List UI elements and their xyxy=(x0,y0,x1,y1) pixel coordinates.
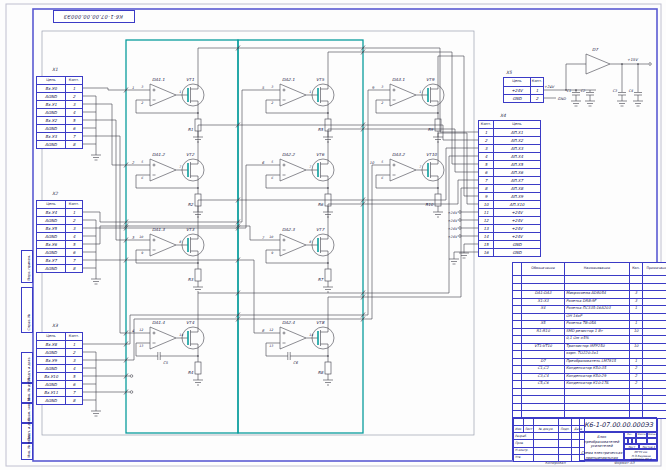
svg-text:5: 5 xyxy=(262,86,265,90)
pin-row: Вх.У105 xyxy=(37,373,83,381)
channel-10: DA3.2 VT10 R10 5 6 7 10 xyxy=(369,144,444,217)
feedback-capacitor xyxy=(288,352,290,360)
svg-text:VT6: VT6 xyxy=(316,152,324,157)
svg-text:6: 6 xyxy=(271,176,274,180)
svg-text:5: 5 xyxy=(141,160,144,164)
capacitor-label: C5 xyxy=(163,361,169,365)
agnd-buses xyxy=(80,96,101,416)
drawing-sheet: { "sheet": { "stamp_number": "К6-1-07.00… xyxy=(0,0,666,470)
pin-row: Вх.У65 xyxy=(37,241,83,249)
title-block-signature-grid: Изм.Лист № докум.Подп.Дата Разраб. Пров.… xyxy=(513,418,585,462)
svg-text:DA1.3: DA1.3 xyxy=(152,227,165,232)
doc-number: К6-1-07.00.00.000ЭЗ xyxy=(584,421,653,429)
svg-text:2: 2 xyxy=(132,161,135,165)
format-label: Формат A3 xyxy=(614,462,634,466)
pin-row: 8АП.Х8 xyxy=(479,185,541,193)
svg-text:13: 13 xyxy=(139,344,144,348)
parts-list-row xyxy=(513,276,666,284)
svg-text:DA2.2: DA2.2 xyxy=(282,152,295,157)
parts-list-row xyxy=(513,396,666,404)
pin-row: 15GND xyxy=(479,241,541,249)
margin-stamp-inv-podl: Инв. № подл. xyxy=(21,443,33,460)
resistor-label: R1 xyxy=(188,127,194,132)
opamp-label: DA1.1 xyxy=(152,77,165,82)
svg-text:13: 13 xyxy=(269,344,274,348)
cap-label: C1 xyxy=(566,89,571,93)
svg-text:14: 14 xyxy=(179,333,184,337)
pin-noninv: 3 xyxy=(141,85,144,89)
pin-row: 5АП.Х5 xyxy=(479,161,541,169)
doc-title-line3: Схема электрическая принципиальная xyxy=(580,451,623,460)
svg-text:DA2.3: DA2.3 xyxy=(282,227,295,232)
device-boundary xyxy=(42,31,474,435)
pin-row: Вх.У81 xyxy=(37,341,83,349)
svg-text:12: 12 xyxy=(269,328,274,332)
connector-x4-table: Конт.Цепь 1АП.Х12АП.Х23АП.Х34АП.Х45АП.Х5… xyxy=(478,120,541,257)
transistor-label: VT1 xyxy=(186,77,194,82)
x4-power-stubs: +24V +24V +24V +24V xyxy=(448,211,478,265)
svg-text:VT3: VT3 xyxy=(186,227,194,232)
feedback-capacitor xyxy=(158,352,160,360)
pin-inv: 2 xyxy=(141,101,144,105)
channel-4: C5 DA1.4 VT4 R4 12 13 14 4 xyxy=(132,312,204,385)
parts-list-row: С1,С2Конденсатор К50-352 xyxy=(513,366,666,374)
svg-text:+24V: +24V xyxy=(448,227,458,231)
svg-text:DA2.4: DA2.4 xyxy=(282,320,295,325)
pin-row: AGND4 xyxy=(37,365,83,373)
pin-row: AGND6 xyxy=(37,249,83,257)
doc-title-line1: Блок преобразователей xyxy=(580,435,623,444)
svg-text:DA3.1: DA3.1 xyxy=(392,77,405,82)
pin-row: AGND8 xyxy=(37,397,83,405)
svg-text:5: 5 xyxy=(381,160,384,164)
pin-row: 13+24V xyxy=(479,225,541,233)
pin-row: AGND2 xyxy=(37,93,83,101)
svg-text:8: 8 xyxy=(262,329,265,333)
svg-text:8: 8 xyxy=(179,240,182,244)
pin-row: AGND8 xyxy=(37,265,83,273)
svg-text:VT2: VT2 xyxy=(186,152,194,157)
parts-list-row: Х4Розетка ПС335-16А2031 xyxy=(513,306,666,314)
svg-text:3: 3 xyxy=(381,85,384,89)
doc-number-cell: К6-1-07.00.00.000ЭЗ xyxy=(579,418,658,432)
board-outline-right xyxy=(238,40,363,433)
parts-list-row: корп. ТО220-3х1 xyxy=(513,351,666,359)
svg-text:6: 6 xyxy=(262,161,265,165)
parts-list-row: С3,С4Конденсатор К50-292 xyxy=(513,373,666,381)
pin-row: AGND4 xyxy=(37,233,83,241)
svg-text:3: 3 xyxy=(132,236,135,240)
pin-row: 14+24V xyxy=(479,233,541,241)
output-wires xyxy=(198,48,478,312)
parts-list-row: С5,С6Конденсатор К10-17Б2 xyxy=(513,381,666,389)
svg-text:VT5: VT5 xyxy=(316,77,324,82)
svg-text:10: 10 xyxy=(269,235,274,239)
svg-text:7: 7 xyxy=(179,165,182,169)
doc-title-cell: Блок преобразователей усилителей Схема э… xyxy=(579,432,624,461)
parts-list-row: D7Преобразователь LM78151 xyxy=(513,358,666,366)
pin-out: 1 xyxy=(179,90,181,94)
organization-cell: МГТУ им. Н.Э.Баумана кафедра ИУ-1 группа… xyxy=(624,449,658,461)
channel-2: DA1.2 VT2 R2 5 6 7 2 xyxy=(132,144,204,217)
pin-row: Вх.У13 xyxy=(37,101,83,109)
svg-text:14: 14 xyxy=(309,333,314,337)
svg-text:1: 1 xyxy=(419,90,421,94)
connector-x3-label: Х3 xyxy=(52,323,59,328)
svg-text:DA1.4: DA1.4 xyxy=(152,320,165,325)
pin-row: AGND2 xyxy=(37,349,83,357)
connector-x5-label: Х5 xyxy=(506,70,512,75)
connector-x1-table: ЦепьКонт. Вх.У01AGND2Вх.У13AGND4Вх.У25AG… xyxy=(36,76,83,149)
parts-list-row: Х1-Х3Розетка DRB-9F3 xyxy=(513,298,666,306)
connector-x2-table: ЦепьКонт. Вх.У41AGND2Вх.У53AGND4Вх.У65AG… xyxy=(36,200,83,273)
svg-text:10: 10 xyxy=(139,235,144,239)
svg-text:R5: R5 xyxy=(318,127,324,132)
svg-text:12: 12 xyxy=(139,328,144,332)
margin-stamp-perv-primen: Перв. примен. xyxy=(21,250,33,283)
svg-text:+24V: +24V xyxy=(448,235,458,239)
svg-text:+24V: +24V xyxy=(448,219,458,223)
svg-text:10: 10 xyxy=(369,161,374,165)
pin-row: 11+24V xyxy=(479,209,541,217)
connector-x2-label: Х2 xyxy=(52,191,59,196)
pin-row: Вх.У77 xyxy=(37,257,83,265)
svg-text:6: 6 xyxy=(141,176,144,180)
svg-text:R10: R10 xyxy=(425,202,433,207)
net-out-label: +15V xyxy=(627,57,639,62)
